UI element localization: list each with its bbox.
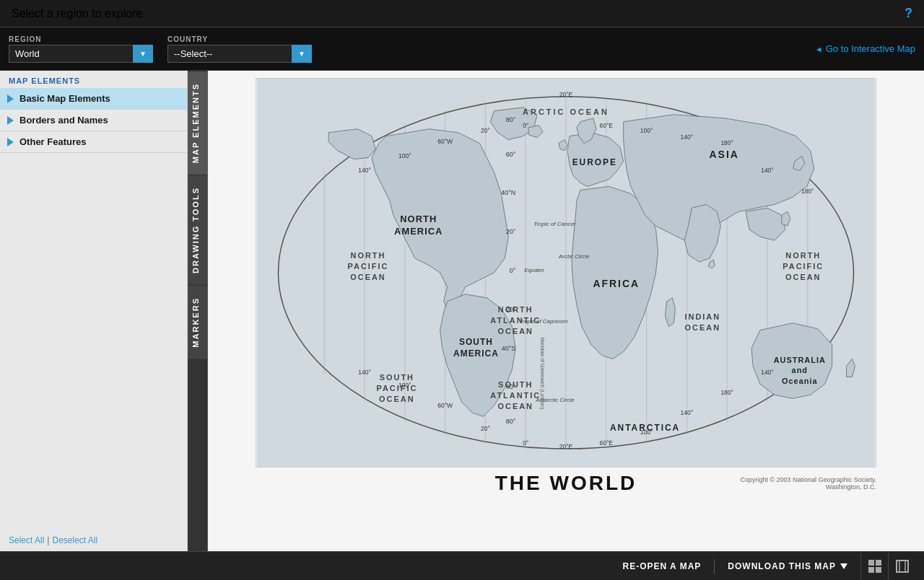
svg-text:OCEAN: OCEAN [785,273,821,281]
svg-text:ASIA: ASIA [710,149,739,160]
country-group: COUNTRY --Select-- [167,35,312,63]
svg-text:NORTH: NORTH [400,214,437,224]
svg-text:100°: 100° [640,429,653,436]
svg-text:OCEAN: OCEAN [350,273,385,281]
go-to-interactive-map-button[interactable]: Go to Interactive Map [815,43,915,54]
expand-icon [895,559,910,574]
svg-text:140°: 140° [761,369,773,376]
svg-text:60°W: 60°W [437,138,453,145]
toolbar-icon-button-2[interactable] [888,553,915,580]
svg-rect-105 [868,560,874,566]
svg-text:140°: 140° [358,369,370,376]
map-copyright: Copyright © 2003 National Geographic Soc… [732,476,876,491]
map-container: NORTH PACIFIC OCEAN NORTH ATLANTIC OCEAN… [256,78,876,467]
svg-text:INDIAN: INDIAN [684,312,720,321]
sidebar-item-basic-map-elements[interactable]: Basic Map Elements [0,88,187,110]
sidebar-item-other-features[interactable]: Other Features [0,131,187,153]
svg-text:Meridian of Greenwich (London): Meridian of Greenwich (London) [539,338,545,410]
svg-text:NORTH: NORTH [351,251,386,260]
svg-text:SOUTH: SOUTH [459,337,493,347]
sidebar-item-borders-and-names[interactable]: Borders and Names [0,110,187,131]
region-select[interactable]: World Africa Asia Europe North America S… [9,45,153,63]
svg-text:20°E: 20°E [559,91,573,98]
svg-rect-108 [876,567,881,573]
tab-drawing-tools[interactable]: DRAWING TOOLS [188,175,207,285]
grid-icon [868,559,882,574]
svg-text:PACIFIC: PACIFIC [348,262,389,271]
svg-text:40°N: 40°N [501,189,515,196]
region-label: REGION [9,35,153,43]
top-header: Select a region to explore. ? [0,0,924,27]
svg-rect-109 [897,561,908,572]
svg-text:NORTH: NORTH [785,251,821,260]
svg-text:60°: 60° [506,383,516,390]
svg-text:Tropic of Cancer: Tropic of Cancer [533,221,576,227]
divider: | [47,535,49,545]
svg-text:20°: 20° [481,425,490,432]
sidebar-bottom: Select All | Deselect All [0,530,187,551]
svg-text:OCEAN: OCEAN [498,402,533,410]
deselect-all-link[interactable]: Deselect All [52,535,97,545]
svg-text:60°E: 60°E [600,439,614,447]
svg-text:0°: 0° [523,122,528,129]
reopen-map-button[interactable]: RE-OPEN A MAP [610,552,715,580]
region-group: REGION World Africa Asia Europe North Am… [9,35,153,63]
country-select[interactable]: --Select-- [167,45,312,63]
world-map-svg: NORTH PACIFIC OCEAN NORTH ATLANTIC OCEAN… [256,79,876,467]
svg-text:140°: 140° [761,167,773,174]
svg-text:AUSTRALIA: AUSTRALIA [774,356,826,364]
download-map-button[interactable]: DOWNLOAD THIS MAP [715,552,860,580]
sidebar-item-triangle-icon [7,95,14,103]
download-label: DOWNLOAD THIS MAP [728,561,836,571]
tab-markers[interactable]: MARKERS [188,285,207,359]
select-all-link[interactable]: Select All [9,535,44,545]
main-content: MAP ELEMENTS Basic Map Elements Borders … [0,71,924,551]
country-dropdown-wrapper: --Select-- [167,45,312,63]
svg-text:PACIFIC: PACIFIC [783,262,824,271]
svg-text:20°: 20° [481,127,490,134]
country-label: COUNTRY [167,35,312,43]
svg-text:Oceania: Oceania [782,377,818,385]
map-area: NORTH PACIFIC OCEAN NORTH ATLANTIC OCEAN… [208,71,924,551]
region-dropdown-wrapper: World Africa Asia Europe North America S… [9,45,153,63]
svg-rect-107 [868,567,874,573]
svg-text:20°: 20° [506,228,516,235]
tab-map-elements[interactable]: MAP ELEMENTS [188,71,207,175]
sidebar-item-triangle-icon [7,116,14,125]
svg-text:20°: 20° [506,306,516,313]
svg-text:140°: 140° [681,409,693,416]
sidebar-item-label: Basic Map Elements [19,93,110,104]
svg-text:100°: 100° [398,152,411,159]
svg-text:60°E: 60°E [600,122,614,129]
toolbar-icon-button-1[interactable] [860,553,888,580]
sidebar-section-title: MAP ELEMENTS [0,71,187,88]
svg-text:EUROPE: EUROPE [572,157,617,167]
svg-text:140°: 140° [681,133,693,141]
svg-text:SOUTH: SOUTH [380,373,414,382]
sidebar: MAP ELEMENTS Basic Map Elements Borders … [0,71,188,551]
sidebar-item-label: Borders and Names [19,115,108,126]
vertical-tabs: MAP ELEMENTS DRAWING TOOLS MARKERS [188,71,208,551]
svg-text:0°: 0° [523,439,528,447]
svg-text:180°: 180° [720,139,733,146]
sidebar-item-triangle-icon [7,138,14,146]
svg-text:80°: 80° [506,116,516,123]
svg-text:20°E: 20°E [559,443,573,450]
svg-text:60°W: 60°W [437,402,453,409]
map-title: THE WORLD [495,472,637,495]
svg-text:0°: 0° [510,267,516,274]
svg-text:AMERICA: AMERICA [453,348,499,359]
bottom-toolbar: RE-OPEN A MAP DOWNLOAD THIS MAP [0,551,924,580]
svg-text:100°: 100° [398,382,411,389]
svg-text:ARCTIC OCEAN: ARCTIC OCEAN [523,107,609,116]
svg-text:and: and [792,366,808,374]
svg-text:80°: 80° [506,418,516,425]
svg-text:Tropic of Capricorn: Tropic of Capricorn [519,318,568,325]
svg-text:100°: 100° [640,127,653,134]
svg-text:PACIFIC: PACIFIC [376,384,417,392]
svg-text:AMERICA: AMERICA [394,226,443,237]
svg-text:NORTH: NORTH [498,305,533,314]
map-title-area: THE WORLD Copyright © 2003 National Geog… [256,472,876,495]
help-icon[interactable]: ? [905,6,912,21]
svg-rect-106 [876,560,881,566]
